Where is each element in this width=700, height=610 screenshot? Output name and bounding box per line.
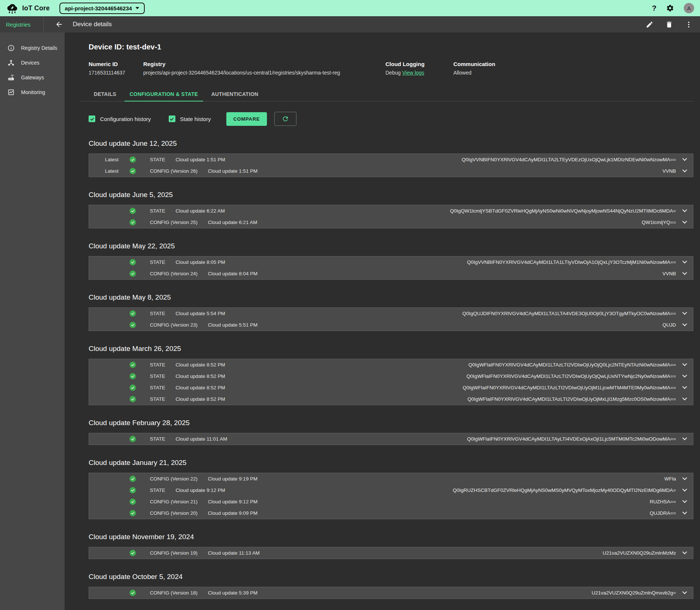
row-value: QW1lcmljYQ== [634, 220, 676, 225]
history-row[interactable]: CONFIG (Version 21) Cloud update 9:12 PM… [89, 496, 693, 507]
history-row[interactable]: STATE Cloud update 8:52 PM Q0IgWFlaIFN0Y… [89, 382, 693, 393]
row-value: VVNB [655, 168, 676, 174]
refresh-button[interactable] [274, 112, 296, 126]
history-row[interactable]: Latest CONFIG (Version 26) Cloud update … [89, 165, 693, 177]
row-time: Cloud update 6:22 AM [176, 208, 225, 214]
check-circle-icon [130, 219, 136, 225]
history-row[interactable]: CONFIG (Version 24) Cloud update 8:04 PM… [89, 268, 693, 279]
expand-chevron-icon[interactable] [676, 169, 693, 173]
back-arrow-icon[interactable] [55, 20, 63, 28]
history-row[interactable]: STATE Cloud update 11:01 AM Q0IgWFlaIFN0… [89, 433, 693, 445]
expand-chevron-icon[interactable] [676, 375, 693, 378]
expand-chevron-icon[interactable] [676, 437, 693, 441]
communication-value: Allowed [453, 70, 495, 76]
expand-chevron-icon[interactable] [676, 272, 693, 275]
expand-chevron-icon[interactable] [676, 511, 693, 515]
history-row[interactable]: CONFIG (Version 20) Cloud update 9:09 PM… [89, 507, 693, 519]
device-id-title: Device ID: test-dev-1 [89, 43, 693, 51]
app-title: IoT Core [22, 4, 50, 12]
cloud-update-section: Cloud update June 5, 2025 STATE Cloud up… [89, 191, 693, 228]
row-type: CONFIG (Version 24) [150, 271, 198, 276]
expand-chevron-icon[interactable] [676, 363, 693, 366]
row-time: Cloud update 8:52 PM [176, 385, 225, 390]
project-selector[interactable]: api-project-320446546234 [59, 3, 145, 14]
history-row[interactable]: CONFIG (Version 18) Cloud update 5:39 PM… [89, 587, 693, 599]
history-row[interactable]: CONFIG (Version 19) Cloud update 11:13 A… [89, 547, 693, 559]
expand-chevron-icon[interactable] [676, 551, 693, 555]
history-row[interactable]: STATE Cloud update 6:22 AM Q0IgQW1lcmljY… [89, 205, 693, 217]
section-rows: CONFIG (Version 22) Cloud update 9:19 PM… [89, 473, 693, 519]
refresh-icon [282, 115, 289, 123]
delete-trash-icon[interactable] [665, 21, 673, 28]
row-value: RUZHSA== [642, 499, 676, 504]
user-avatar[interactable]: A [684, 3, 694, 13]
project-selector-value: api-project-320446546234 [65, 5, 132, 11]
expand-chevron-icon[interactable] [676, 591, 693, 595]
check-circle-icon [130, 373, 136, 379]
iot-core-logo-icon [6, 3, 18, 14]
sidebar-item-label: Devices [21, 60, 40, 66]
check-circle-icon [130, 322, 136, 328]
help-icon[interactable]: ? [652, 4, 656, 13]
expand-chevron-icon[interactable] [676, 477, 693, 480]
row-type: STATE [150, 311, 165, 316]
numeric-id-value: 1716531114637 [89, 70, 130, 76]
sidebar-item-gateways[interactable]: Gateways [0, 70, 65, 85]
check-circle-icon [130, 590, 136, 596]
expand-chevron-icon[interactable] [676, 500, 693, 503]
state-history-checkbox[interactable]: State history [169, 116, 211, 122]
expand-chevron-icon[interactable] [676, 397, 693, 401]
history-row[interactable]: STATE Cloud update 5:54 PM Q0IgQUJDIFN0Y… [89, 308, 693, 319]
expand-chevron-icon[interactable] [676, 489, 693, 492]
check-circle-icon [130, 385, 136, 391]
more-vert-icon[interactable] [685, 21, 693, 28]
row-type: CONFIG (Version 21) [150, 499, 198, 504]
expand-chevron-icon[interactable] [676, 261, 693, 264]
section-title: Cloud update June 5, 2025 [89, 191, 693, 199]
row-value: U21va2VUZXN0Q29uZmlnMzMz [595, 550, 676, 556]
settings-gear-icon[interactable] [666, 4, 674, 12]
sidebar-item-devices[interactable]: Devices [0, 55, 65, 70]
history-row[interactable]: STATE Cloud update 8:52 PM Q0IgWFlaIFN0Y… [89, 371, 693, 382]
row-type: STATE [150, 362, 165, 368]
history-row[interactable]: STATE Cloud update 8:52 PM Q0IgWFlaIFN0Y… [89, 359, 693, 371]
history-row[interactable]: CONFIG (Version 25) Cloud update 6:21 AM… [89, 217, 693, 228]
expand-chevron-icon[interactable] [676, 312, 693, 315]
history-row[interactable]: CONFIG (Version 23) Cloud update 5:51 PM… [89, 319, 693, 331]
iot-core-page: IoT Core api-project-320446546234 ? A Re… [0, 0, 700, 610]
history-row[interactable]: CONFIG (Version 22) Cloud update 9:19 PM… [89, 473, 693, 485]
sidebar-item-label: Gateways [21, 75, 44, 80]
chevron-down-icon [135, 7, 139, 9]
expand-chevron-icon[interactable] [676, 323, 693, 327]
cloud-update-section: Cloud update May 22, 2025 STATE Cloud up… [89, 242, 693, 280]
cloud-update-section: Cloud update October 5, 2024 CONFIG (Ver… [89, 573, 693, 599]
communication-label: Communication [453, 61, 495, 67]
main-content: Device ID: test-dev-1 Numeric ID 1716531… [65, 32, 700, 610]
row-type: STATE [150, 208, 165, 214]
tab-details[interactable]: DETAILS [89, 87, 121, 101]
bar-divider [44, 16, 44, 32]
row-time: Cloud update 8:04 PM [208, 271, 257, 276]
history-row[interactable]: STATE Cloud update 8:52 PM Q0IgWFlaIFN0Y… [89, 393, 693, 405]
history-row[interactable]: STATE Cloud update 9:12 PM Q0IgRUZHSCBTd… [89, 485, 693, 496]
tab-authentication[interactable]: AUTHENTICATION [206, 87, 264, 101]
section-rows: STATE Cloud update 8:05 PM Q0IgVVNBIFN0Y… [89, 256, 693, 280]
compare-button[interactable]: COMPARE [226, 112, 267, 126]
sidebar-item-monitoring[interactable]: Monitoring [0, 85, 65, 100]
sidebar-item-registry-details[interactable]: Registry Details [0, 41, 65, 55]
history-row[interactable]: STATE Cloud update 8:05 PM Q0IgVVNBIFN0Y… [89, 256, 693, 268]
view-logs-link[interactable]: View logs [402, 70, 424, 76]
check-circle-icon [130, 310, 136, 317]
registries-nav-link[interactable]: Registries [0, 21, 44, 28]
row-type: STATE [150, 436, 165, 442]
expand-chevron-icon[interactable] [676, 209, 693, 213]
expand-chevron-icon[interactable] [676, 221, 693, 224]
history-row[interactable]: Latest STATE Cloud update 1:51 PM Q0IgVV… [89, 154, 693, 165]
configuration-history-checkbox[interactable]: Configuration history [89, 116, 151, 122]
expand-chevron-icon[interactable] [676, 158, 693, 161]
edit-pencil-icon[interactable] [646, 21, 653, 28]
expand-chevron-icon[interactable] [676, 386, 693, 389]
tab-configuration-state[interactable]: CONFIGURATION & STATE [124, 87, 203, 101]
device-hub-icon [7, 59, 15, 66]
row-value: QUJDRA== [642, 510, 676, 516]
